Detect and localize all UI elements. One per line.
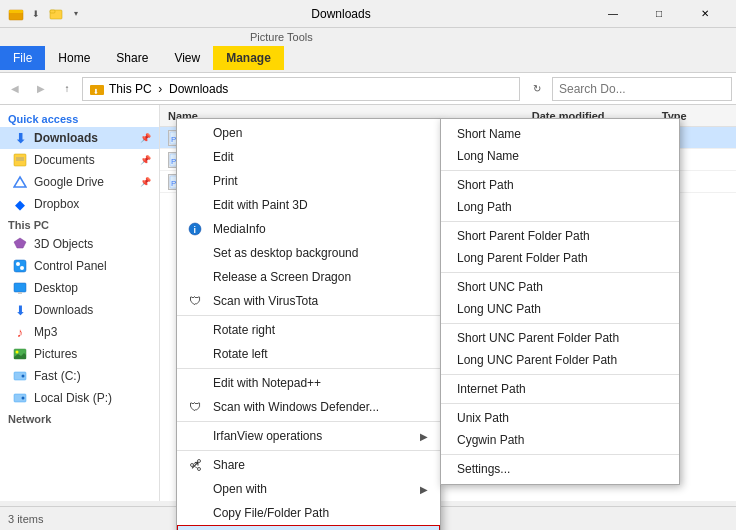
svg-point-31 (198, 460, 201, 463)
sidebar-item-desktop[interactable]: Desktop (0, 277, 159, 299)
context-menu-item-edit-with-paint-3d[interactable]: Edit with Paint 3D (177, 193, 440, 217)
svg-marker-10 (14, 238, 26, 248)
tab-manage[interactable]: Manage (213, 46, 284, 70)
submenu-item-settings...[interactable]: Settings... (441, 458, 679, 480)
svg-rect-14 (14, 283, 26, 292)
qa-properties-icon[interactable]: ⬇ (28, 6, 44, 22)
close-button[interactable]: ✕ (682, 0, 728, 28)
context-menu-item-label: Print (213, 174, 238, 188)
submenu-item-label: Internet Path (457, 382, 526, 396)
submenu-item-short-unc-path[interactable]: Short UNC Path (441, 276, 679, 298)
submenu-item-long-parent-folder-path[interactable]: Long Parent Folder Path (441, 247, 679, 269)
context-menu-item-copy-file/folder-path[interactable]: Copy File/Folder Path (177, 501, 440, 525)
up-button[interactable]: ↑ (56, 78, 78, 100)
tab-file[interactable]: File (0, 46, 45, 70)
sidebar-item-local-disk-(p:)[interactable]: Local Disk (P:) (0, 387, 159, 409)
context-menu-item-share[interactable]: ↗Share (177, 453, 440, 477)
submenu-item-label: Long Path (457, 200, 512, 214)
submenu-item-long-unc-path[interactable]: Long UNC Path (441, 298, 679, 320)
submenu-item-label: Long Name (457, 149, 519, 163)
context-menu-item-rotate-right[interactable]: Rotate right (177, 318, 440, 342)
context-menu-item-set-as-desktop-background[interactable]: Set as desktop background (177, 241, 440, 265)
sidebar-item-pictures[interactable]: Pictures (0, 343, 159, 365)
submenu-item-long-name[interactable]: Long Name (441, 145, 679, 167)
picture-tools-label: Picture Tools (230, 31, 333, 43)
submenu-item-cygwin-path[interactable]: Cygwin Path (441, 429, 679, 451)
context-menu-item-label: Rotate right (213, 323, 275, 337)
tab-home[interactable]: Home (45, 46, 103, 70)
tab-view[interactable]: View (161, 46, 213, 70)
sidebar-item-dropbox[interactable]: ◆Dropbox (0, 193, 159, 215)
context-menu-item-label: Copy File/Folder Path (213, 506, 329, 520)
context-menu-item-rotate-left[interactable]: Rotate left (177, 342, 440, 366)
svg-point-21 (22, 397, 25, 400)
sidebar-item-fast-(c:)[interactable]: Fast (C:) (0, 365, 159, 387)
sidebar-item-3d-objects[interactable]: 3D Objects (0, 233, 159, 255)
context-menu-item-scan-with-windows-defender...[interactable]: 🛡Scan with Windows Defender... (177, 395, 440, 419)
context-menu-item-icon: 🛡 (187, 399, 203, 415)
pin-icon: 📌 (140, 133, 151, 143)
submenu-item-label: Short UNC Path (457, 280, 543, 294)
forward-button[interactable]: ▶ (30, 78, 52, 100)
submenu-item-label: Settings... (457, 462, 510, 476)
context-menu-item-open-with[interactable]: Open with▶ (177, 477, 440, 501)
context-menu-item-open[interactable]: Open (177, 121, 440, 145)
submenu-item-long-path[interactable]: Long Path (441, 196, 679, 218)
submenu-item-short-unc-parent-folder-path[interactable]: Short UNC Parent Folder Path (441, 327, 679, 349)
tab-share[interactable]: Share (103, 46, 161, 70)
sidebar-item-documents[interactable]: Documents📌 (0, 149, 159, 171)
context-menu-item-release-a-screen-dragon[interactable]: Release a Screen Dragon (177, 265, 440, 289)
sidebar-header: Network (0, 409, 159, 427)
submenu-item-short-parent-folder-path[interactable]: Short Parent Folder Path (441, 225, 679, 247)
sidebar-item-control-panel[interactable]: Control Panel (0, 255, 159, 277)
sidebar-item-icon (12, 152, 28, 168)
pin-icon: 📌 (140, 177, 151, 187)
sidebar-item-icon (12, 258, 28, 274)
title-bar-icons: ⬇ ▾ (8, 6, 84, 22)
context-menu-item-label: Open with (213, 482, 267, 496)
svg-marker-9 (14, 177, 26, 187)
refresh-button[interactable]: ↻ (526, 78, 548, 100)
context-menu-item-path-copy[interactable]: Path Copy▶ (177, 525, 440, 530)
submenu-separator (441, 272, 679, 273)
sidebar-item-icon: ⬇ (12, 302, 28, 318)
context-menu-item-scan-with-virustota[interactable]: 🛡Scan with VirusTota (177, 289, 440, 313)
submenu-separator (441, 454, 679, 455)
svg-line-33 (193, 462, 198, 465)
submenu-separator (441, 170, 679, 171)
submenu-item-long-unc-parent-folder-path[interactable]: Long UNC Parent Folder Path (441, 349, 679, 371)
context-menu-item-edit-with-notepad++[interactable]: Edit with Notepad++ (177, 371, 440, 395)
context-menu-item-mediainfo[interactable]: ℹiMediaInfo (177, 217, 440, 241)
submenu-item-label: Long UNC Path (457, 302, 541, 316)
context-menu-item-irfanview-operations[interactable]: IrfanView operations▶ (177, 424, 440, 448)
submenu-item-unix-path[interactable]: Unix Path (441, 407, 679, 429)
sidebar-item-icon: ♪ (12, 324, 28, 340)
submenu-arrow-icon: ▶ (420, 484, 428, 495)
submenu-item-short-name[interactable]: Short Name (441, 123, 679, 145)
submenu-item-short-path[interactable]: Short Path (441, 174, 679, 196)
mediainfo-icon: i (187, 221, 203, 237)
sidebar-item-icon: ◆ (12, 196, 28, 212)
minimize-button[interactable]: — (590, 0, 636, 28)
sidebar-item-label: Dropbox (34, 197, 79, 211)
context-menu-item-print[interactable]: Print (177, 169, 440, 193)
ribbon: Picture Tools File Home Share View Manag… (0, 28, 736, 73)
submenu-separator (441, 323, 679, 324)
submenu-item-label: Short Parent Folder Path (457, 229, 590, 243)
context-menu-item-label: IrfanView operations (213, 429, 322, 443)
back-button[interactable]: ◀ (4, 78, 26, 100)
sidebar-item-google-drive[interactable]: Google Drive📌 (0, 171, 159, 193)
sidebar-item-label: 3D Objects (34, 237, 93, 251)
svg-point-19 (22, 375, 25, 378)
submenu-item-internet-path[interactable]: Internet Path (441, 378, 679, 400)
qa-dropdown-icon[interactable]: ▾ (68, 6, 84, 22)
maximize-button[interactable]: □ (636, 0, 682, 28)
sidebar-item-mp3[interactable]: ♪Mp3 (0, 321, 159, 343)
sidebar-item-downloads[interactable]: ⬇Downloads (0, 299, 159, 321)
address-path[interactable]: ⬇ This PC › Downloads (82, 77, 520, 101)
search-input[interactable] (552, 77, 732, 101)
qa-new-folder-icon[interactable] (48, 6, 64, 22)
sidebar-item-downloads[interactable]: ⬇Downloads📌 (0, 127, 159, 149)
sidebar-item-icon (12, 280, 28, 296)
context-menu-item-edit[interactable]: Edit (177, 145, 440, 169)
